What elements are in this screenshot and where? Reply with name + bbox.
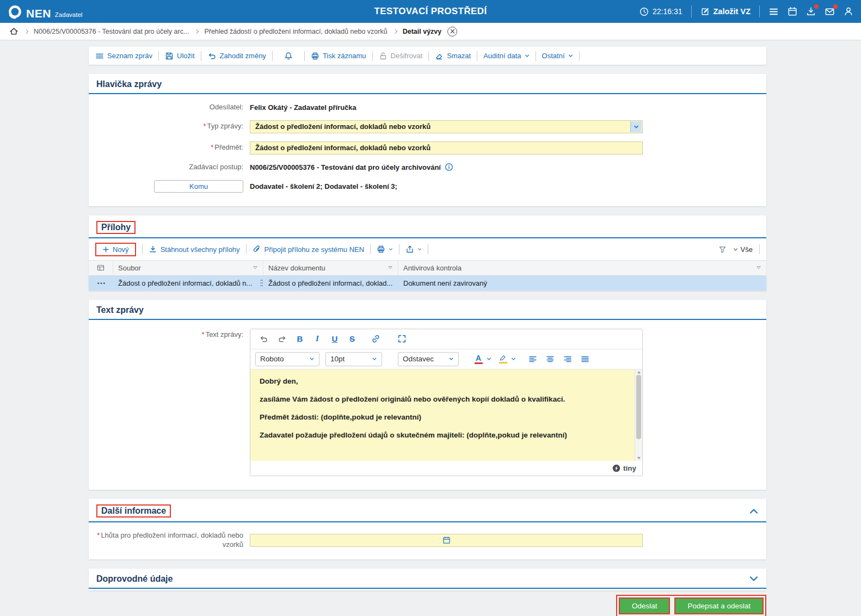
discard-changes-button[interactable]: Zahodit změny (207, 52, 266, 60)
column-chooser-icon (96, 263, 105, 272)
filter-caret-icon[interactable] (388, 266, 393, 270)
eraser-icon (435, 52, 444, 60)
align-right-button[interactable] (559, 352, 576, 366)
strikethrough-button[interactable]: S (345, 332, 360, 346)
toolbar-divider (246, 244, 247, 254)
drag-handle-icon (260, 279, 263, 287)
info-icon[interactable] (445, 163, 453, 171)
toolbar-divider (428, 244, 428, 254)
filter-button[interactable] (718, 245, 727, 254)
scroll-up-icon[interactable] (637, 371, 641, 374)
bold-button[interactable]: B (292, 332, 308, 346)
breadcrumb-separator (194, 29, 199, 33)
undo-icon (207, 52, 217, 60)
filter-caret-icon[interactable] (253, 266, 258, 270)
chevron-down-icon (309, 357, 315, 361)
column-chooser-header[interactable] (89, 261, 113, 275)
create-vz-button[interactable]: Založit VZ (700, 7, 751, 16)
message-type-select[interactable]: Žádost o předložení informací, dokladů n… (250, 120, 643, 133)
editor-scrollbar[interactable] (635, 369, 642, 461)
paperclip-icon (253, 245, 261, 254)
messages-badge (833, 4, 838, 9)
column-resize-handle[interactable] (260, 279, 263, 287)
breadcrumb-item-procedure[interactable]: N006/25/V00005376 - Testování dat pro úč… (34, 28, 189, 35)
align-center-button[interactable] (542, 352, 558, 366)
message-list-button[interactable]: Seznam zpráv (95, 52, 152, 60)
tiny-brand[interactable]: tiny (623, 464, 636, 472)
caret-down-icon (733, 248, 738, 251)
message-text-section: Text zprávy *Text zprávy: B I (89, 300, 766, 490)
subject-input[interactable]: Žádost o předložení informací, dokladů n… (250, 141, 643, 155)
close-detail-button[interactable] (447, 27, 457, 36)
actions-highlight-box: Odeslat Podepsat a odeslat (616, 595, 766, 616)
session-clock: 22:16:31 (639, 7, 682, 16)
insert-link-button[interactable] (367, 332, 384, 346)
row-actions-button[interactable] (97, 282, 106, 285)
home-button[interactable] (9, 27, 19, 36)
italic-button[interactable]: I (310, 332, 325, 346)
recipients-button[interactable]: Komu (154, 180, 243, 193)
hamburger-icon (768, 7, 779, 17)
section-title-text-zpravy: Text zprávy (96, 305, 144, 315)
column-header-antivir[interactable]: Antivirová kontrola (398, 261, 766, 275)
attach-from-nen-button[interactable]: Připojit přílohu ze systému NEN (253, 245, 365, 254)
downloads-button[interactable] (806, 7, 816, 16)
font-size-select[interactable]: 10pt (325, 352, 382, 366)
print-record-button[interactable]: Tisk záznamu (311, 52, 366, 60)
redo-button[interactable] (274, 332, 290, 346)
message-type-dropdown-button[interactable] (630, 121, 642, 132)
text-color-button[interactable]: A (471, 352, 485, 366)
editor-content[interactable]: Dobrý den, zasíláme Vám žádost o předlož… (250, 369, 642, 461)
align-left-button[interactable] (525, 352, 541, 366)
send-button[interactable]: Odeslat (620, 599, 669, 613)
ellipsis-icon (97, 282, 106, 285)
save-button[interactable]: Uložit (165, 52, 195, 60)
audit-data-button[interactable]: Auditní data (483, 52, 529, 60)
new-attachment-button[interactable]: Nový (95, 243, 136, 256)
print-attachments-button[interactable] (377, 245, 393, 254)
messages-button[interactable] (825, 7, 835, 17)
user-profile-button[interactable] (844, 7, 853, 16)
caret-down-icon[interactable] (511, 357, 516, 361)
other-actions-button[interactable]: Ostatní (542, 52, 573, 60)
nen-logo[interactable]: NEN Zadavatel (8, 4, 82, 19)
column-header-nazev[interactable]: Název dokumentu (263, 261, 398, 275)
caret-down-icon[interactable] (487, 357, 491, 361)
export-attachments-button[interactable] (405, 245, 422, 254)
deadline-date-input[interactable] (250, 534, 643, 547)
attachment-row[interactable]: Žádost o předložení informací, dokladů n… (89, 276, 766, 291)
fullscreen-button[interactable] (393, 332, 410, 346)
attachments-section: Přílohy Nový Stáhnout všechny přílohy Př… (89, 215, 766, 291)
breadcrumb-item-overview[interactable]: Přehled žádostí o předložení informací, … (204, 28, 387, 35)
main-menu-button[interactable] (768, 7, 779, 17)
align-right-icon (563, 355, 572, 364)
expand-section-button[interactable] (749, 575, 759, 583)
calendar-button[interactable] (788, 7, 797, 16)
toolbar-divider (477, 51, 477, 61)
redo-icon (278, 335, 287, 343)
scroll-down-icon[interactable] (637, 457, 641, 460)
sign-and-send-button[interactable]: Podepsat a odeslat (675, 599, 762, 613)
calendar-icon[interactable] (442, 536, 451, 544)
highlight-color-button[interactable] (496, 352, 510, 366)
font-family-select[interactable]: Roboto (255, 352, 319, 366)
scrollbar-thumb[interactable] (636, 375, 641, 439)
align-justify-button[interactable] (577, 352, 593, 366)
download-all-attachments-button[interactable]: Stáhnout všechny přílohy (149, 245, 240, 254)
block-format-select[interactable]: Odstavec (398, 352, 459, 366)
sender-label: Odesílatel: (89, 103, 250, 112)
editor-toolbar-row1: B I U S (250, 329, 642, 349)
procedure-label: Zadávací postup: (89, 163, 250, 172)
calendar-icon (788, 7, 797, 16)
view-filter-select[interactable]: Vše (733, 245, 753, 254)
column-header-soubor[interactable]: Soubor (113, 261, 263, 275)
delete-button[interactable]: Smazat (435, 52, 471, 60)
toolbar-divider (304, 51, 305, 61)
notification-settings-button[interactable] (284, 52, 293, 60)
collapse-section-button[interactable] (749, 507, 759, 515)
undo-button[interactable] (255, 332, 272, 346)
downloads-badge (814, 4, 819, 9)
message-text-label: *Text zprávy: (89, 329, 250, 340)
underline-button[interactable]: U (327, 332, 342, 346)
filter-caret-icon[interactable] (756, 266, 761, 270)
